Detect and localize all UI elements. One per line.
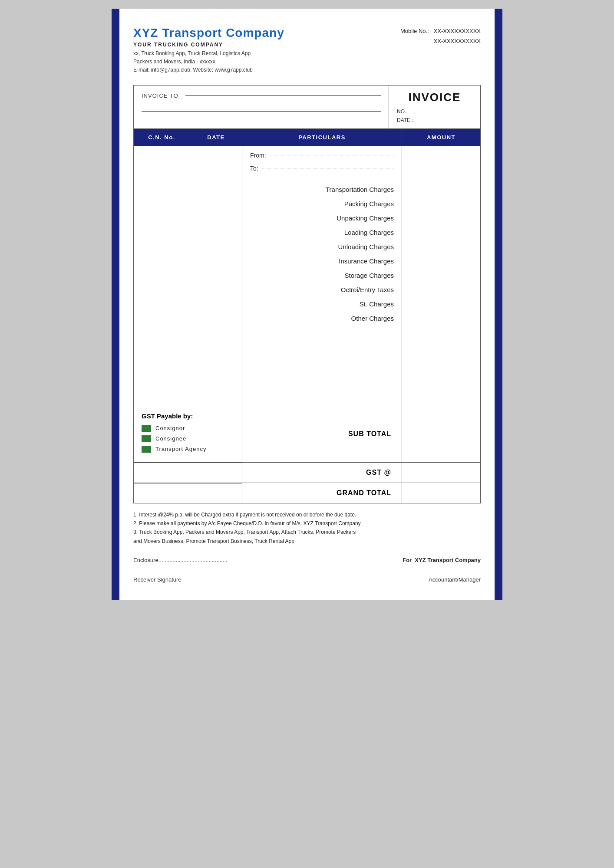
company-tagline: YOUR TRUCKING COMPANY	[133, 42, 284, 48]
grand-total-left	[134, 483, 242, 503]
invoice-to-text: INVOICE TO	[142, 92, 178, 99]
note-3b: and Movers Business, Promote Transport B…	[133, 537, 481, 546]
company-address: xx, Truck Booking App, Truck Rental, Log…	[133, 49, 284, 75]
invoice-title: INVOICE	[397, 91, 472, 104]
to-line: To:	[250, 165, 394, 172]
col-particulars-header: PARTICULARS	[242, 129, 402, 146]
charge-unpacking: Unpacking Charges	[250, 211, 394, 225]
gst-transport: Transport Agency	[142, 446, 234, 453]
table-header: C.N. No. DATE PARTICULARS AMOUNT	[134, 129, 480, 146]
mobile-label: Mobile No.:	[400, 28, 429, 34]
address-line2: Packers and Movers, India - xxxxxx.	[133, 59, 217, 65]
footer-rows: GST Payable by: Consignor Consignee Tran…	[134, 406, 480, 503]
address-line1: xx, Truck Booking App, Truck Rental, Log…	[133, 50, 251, 56]
table-body: From: To: Transportation Charges Packing…	[134, 146, 480, 406]
header: XYZ Transport Company YOUR TRUCKING COMP…	[133, 26, 481, 75]
invoice-to-line	[185, 95, 381, 96]
gst-row: GST @	[134, 463, 480, 483]
transport-agency-label: Transport Agency	[155, 446, 206, 452]
to-label: To:	[250, 165, 258, 172]
receiver-signature: Receiver Signature	[133, 576, 182, 583]
invoice-title-section: INVOICE NO. DATE :	[389, 85, 480, 128]
invoice-to-label: INVOICE TO	[142, 92, 381, 99]
col-amount-header: AMOUNT	[402, 129, 480, 146]
enclosure-row: Enclosure...............................…	[133, 552, 481, 563]
from-label: From:	[250, 152, 266, 159]
mobile2-row: XX-XXXXXXXXXX	[400, 36, 481, 46]
consignor-color-box	[142, 425, 151, 432]
transport-color-box	[142, 446, 151, 453]
gst-payable-section: GST Payable by: Consignor Consignee Tran…	[134, 406, 242, 462]
accountant-signature: Accountant/Manager	[429, 576, 481, 583]
charge-unloading: Unloading Charges	[250, 240, 394, 254]
charge-st: St. Charges	[250, 297, 394, 311]
gst-value	[402, 463, 480, 483]
body-particulars: From: To: Transportation Charges Packing…	[242, 146, 402, 406]
gst-label: GST @	[242, 463, 402, 483]
charge-other: Other Charges	[250, 311, 394, 326]
mobile2: XX-XXXXXXXXXX	[434, 38, 481, 44]
company-info: XYZ Transport Company YOUR TRUCKING COMP…	[133, 26, 284, 75]
sub-total-value	[402, 406, 480, 462]
grand-total-row: GRAND TOTAL	[134, 483, 480, 503]
for-company-name: XYZ Transport Company	[415, 557, 481, 563]
charge-storage: Storage Charges	[250, 268, 394, 283]
charge-loading: Loading Charges	[250, 225, 394, 240]
address-line3: E-mail: info@g7app.club, Website: www.g7…	[133, 67, 253, 73]
gst-payable-title: GST Payable by:	[142, 412, 234, 420]
from-line: From:	[250, 152, 394, 159]
note-3: 3. Truck Booking App, Packers and Movers…	[133, 528, 481, 536]
invoice-box: INVOICE TO INVOICE NO. DATE : C.N. No. D…	[133, 85, 481, 503]
footer-signature: Receiver Signature Accountant/Manager	[133, 576, 481, 583]
charge-transportation: Transportation Charges	[250, 182, 394, 197]
sub-total-label: SUB TOTAL	[242, 406, 402, 462]
gst-consignee: Consignee	[142, 435, 234, 442]
mobile-label-row: Mobile No.: XX-XXXXXXXXXX	[400, 26, 481, 36]
col-cn-header: C.N. No.	[134, 129, 190, 146]
invoice-to-line2	[142, 111, 381, 112]
charge-insurance: Insurance Charges	[250, 254, 394, 268]
charge-octroi: Octroi/Entry Taxes	[250, 283, 394, 297]
gst-consignor: Consignor	[142, 425, 234, 432]
consignee-color-box	[142, 435, 151, 442]
col-date-header: DATE	[190, 129, 242, 146]
note-1: 1. Interest @24% p.a. will be Charged ex…	[133, 510, 481, 519]
body-cn	[134, 146, 190, 406]
company-name: XYZ Transport Company	[133, 26, 284, 40]
sub-total-row: GST Payable by: Consignor Consignee Tran…	[134, 406, 480, 463]
consignee-label: Consignee	[155, 435, 186, 442]
for-company: For XYZ Transport Company	[403, 557, 481, 563]
body-amount	[402, 146, 480, 406]
invoice-date: DATE :	[397, 117, 472, 123]
invoice-header-row: INVOICE TO INVOICE NO. DATE :	[134, 85, 480, 129]
to-dotted-line	[262, 168, 394, 168]
note-2: 2. Please make all payments by A/c Payee…	[133, 519, 481, 528]
consignor-label: Consignor	[155, 425, 185, 431]
charge-packing: Packing Charges	[250, 197, 394, 211]
from-dotted-line	[270, 155, 394, 155]
enclosure-label: Enclosure...............................…	[133, 557, 228, 563]
mobile1: XX-XXXXXXXXXX	[434, 28, 481, 34]
invoice-page: XYZ Transport Company YOUR TRUCKING COMP…	[112, 9, 502, 600]
footer-notes: 1. Interest @24% p.a. will be Charged ex…	[133, 510, 481, 546]
invoice-to-section: INVOICE TO	[134, 85, 389, 128]
grand-total-label: GRAND TOTAL	[242, 483, 402, 503]
grand-total-value	[402, 483, 480, 503]
contact-info: Mobile No.: XX-XXXXXXXXXX XX-XXXXXXXXXX	[400, 26, 481, 46]
invoice-no: NO.	[397, 108, 472, 115]
gst-row-left	[134, 463, 242, 483]
for-text: For	[403, 557, 412, 563]
body-date	[190, 146, 242, 406]
